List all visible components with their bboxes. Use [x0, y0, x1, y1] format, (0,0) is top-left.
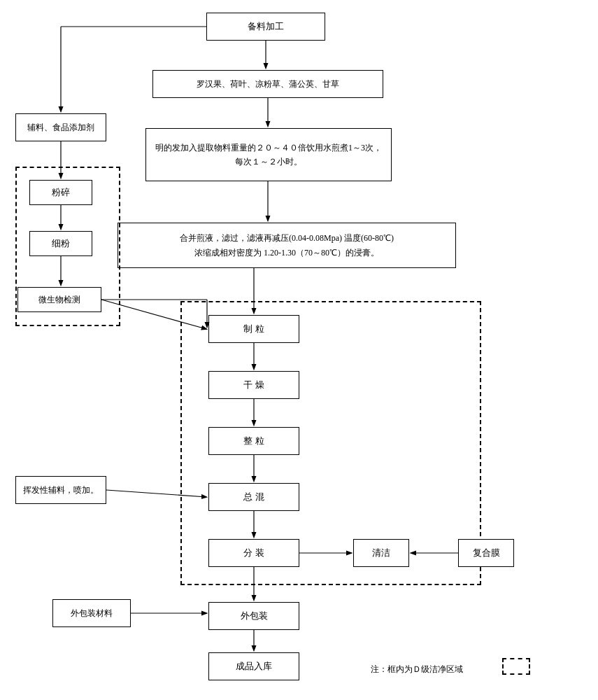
box-weishengwu: 微生物检测: [17, 287, 101, 312]
box-waibaocailiao: 外包装材料: [52, 599, 131, 627]
box-beiliaojiagong: 备料加工: [206, 13, 325, 41]
box-hebing: 合并煎液，滤过，滤液再减压(0.04-0.08Mpa) 温度(60-80℃) 浓…: [118, 223, 456, 268]
box-chengpin: 成品入库: [208, 652, 299, 680]
legend-dashed-icon: [502, 658, 530, 675]
box-zhengke: 整 粒: [208, 427, 299, 455]
box-zonghe: 总 混: [208, 483, 299, 511]
diagram: 备料加工 罗汉果、荷叶、凉粉草、蒲公英、甘草 明的发加入提取物料重量的２０～４０…: [0, 0, 598, 700]
box-fuheimo: 复合膜: [458, 539, 514, 567]
box-fensui: 粉碎: [29, 180, 92, 205]
box-fuliao: 辅料、食品添加剂: [15, 113, 106, 141]
box-waibaozhuang: 外包装: [208, 602, 299, 630]
box-fenzhuang: 分 装: [208, 539, 299, 567]
box-qingjie: 清洁: [353, 539, 409, 567]
box-luohanguo: 罗汉果、荷叶、凉粉草、蒲公英、甘草: [152, 70, 383, 98]
box-jianzhui: 明的发加入提取物料重量的２０～４０倍饮用水煎煮1～3次， 每次１～２小时。: [145, 128, 392, 181]
box-zhili: 制 粒: [208, 315, 299, 343]
box-huifaxing: 挥发性辅料，喷加。: [15, 476, 106, 504]
box-ganzao: 干 燥: [208, 371, 299, 399]
note-text: 注：框内为Ｄ级洁净区域: [371, 664, 463, 676]
box-xifen: 细粉: [29, 231, 92, 256]
